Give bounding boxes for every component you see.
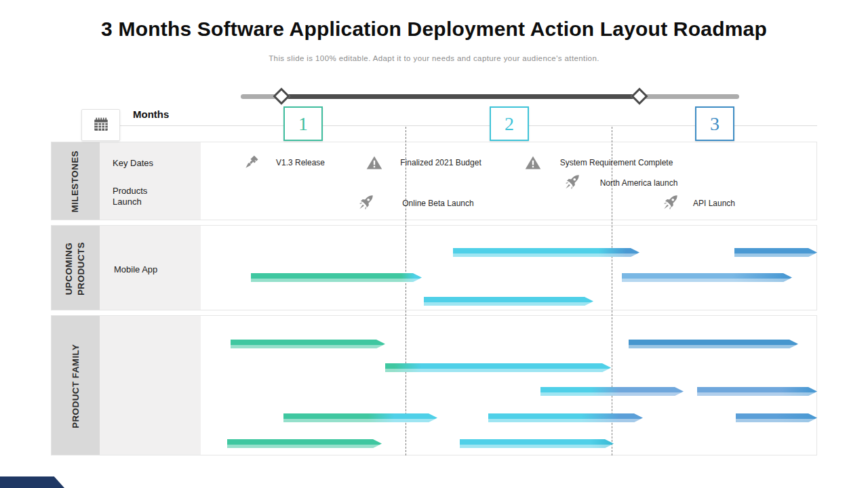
month-boundary-dashed-line [612, 127, 612, 455]
page-subtitle: This slide is 100% editable. Adapt it to… [0, 54, 868, 62]
rocket-icon [662, 193, 679, 211]
roadmap-bar: Battery Optimization Update [385, 363, 611, 372]
roadmap-bar-highlight [488, 419, 643, 422]
band-upcoming-label: UPCOMING PRODUCTS [63, 226, 87, 312]
roadmap-bar-highlight [231, 345, 385, 348]
mobile-app-label: Mobile App [114, 264, 157, 275]
roadmap-bar: Update [734, 248, 817, 257]
band-product-family-subcolumn [100, 316, 201, 455]
pushpin-icon [242, 154, 260, 171]
roadmap-bar: App Launch [622, 273, 792, 282]
milestone-label: V1.3 Release [276, 158, 325, 167]
corner-accent-shape [0, 476, 64, 488]
rocket-icon [564, 173, 581, 190]
roadmap-bar-highlight [227, 445, 382, 448]
timeline-diamond-marker [631, 87, 648, 104]
warning-icon [524, 154, 542, 171]
roadmap-bar-highlight [736, 419, 817, 422]
milestone-label: Online Beta Launch [402, 199, 473, 208]
roadmap-bar: Add Text Here [540, 387, 684, 396]
roadmap-bar: Web Release [227, 439, 382, 448]
timeline-diamond-marker [273, 87, 290, 104]
band-product-family-header: PRODUCT FAMILY [52, 316, 100, 455]
roadmap-bar: Desktop Support [460, 439, 614, 448]
rocket-icon [357, 193, 375, 211]
band-milestones: MILESTONES Key Dates Products Launch [51, 142, 817, 220]
roadmap-bar-highlight [622, 279, 792, 282]
products-launch-label: Products Launch [113, 186, 147, 208]
roadmap-bar-highlight [460, 445, 614, 448]
month-number-box: 2 [490, 106, 529, 141]
milestone-label: System Requirement Complete [560, 158, 673, 167]
roadmap-bar: Wearable Release [453, 248, 639, 257]
roadmap-bar: Add Text Here [488, 413, 643, 422]
calendar-icon [92, 115, 111, 136]
roadmap-bar: Add Text Here [736, 413, 817, 422]
roadmap-bar: Mobile App : Beta [251, 273, 422, 282]
page-title: 3 Months Software Application Deployment… [0, 18, 868, 41]
roadmap-bar-highlight [453, 253, 639, 257]
roadmap-bar-highlight [629, 345, 798, 348]
band-milestones-subcolumn: Key Dates Products Launch [100, 142, 201, 220]
roadmap-bar-highlight [424, 302, 593, 306]
band-upcoming-subcolumn: Mobile App [100, 226, 201, 310]
roadmap-bar-highlight [251, 279, 422, 282]
milestone-label: API Launch [693, 199, 735, 208]
timeline-track-active [277, 94, 644, 99]
calendar-icon-box [81, 109, 120, 141]
milestone-label: Finalized 2021 Budget [400, 158, 481, 167]
band-product-family-label: PRODUCT FAMILY [70, 316, 82, 456]
key-dates-label: Key Dates [113, 158, 153, 169]
roadmap-bar-highlight [540, 392, 684, 396]
roadmap-bar-highlight [697, 392, 817, 396]
roadmap-bar-highlight [385, 369, 611, 372]
month-number-box: 3 [695, 106, 734, 141]
roadmap-bar-highlight [283, 419, 437, 422]
roadmap-bar: Add Text Here [424, 297, 593, 306]
band-milestones-label: MILESTONES [69, 142, 81, 221]
warning-icon [366, 154, 383, 171]
band-milestones-header: MILESTONES [52, 142, 100, 220]
band-product-family: PRODUCT FAMILY [51, 315, 817, 455]
roadmap-bar: Add Text Here [283, 413, 437, 422]
roadmap-bar-highlight [734, 253, 817, 257]
month-number-box: 1 [283, 106, 323, 141]
milestone-label: North America launch [600, 178, 678, 188]
month-boundary-dashed-line [406, 127, 406, 455]
roadmap-bar: VR Compatible [231, 340, 385, 348]
band-upcoming-header: UPCOMING PRODUCTS [52, 226, 100, 310]
months-label: Months [133, 108, 169, 120]
roadmap-bar: Add Text Here [697, 387, 817, 396]
roadmap-bar: Add Text Here [629, 340, 798, 348]
roadmap-slide: 3 Months Software Application Deployment… [0, 0, 868, 488]
